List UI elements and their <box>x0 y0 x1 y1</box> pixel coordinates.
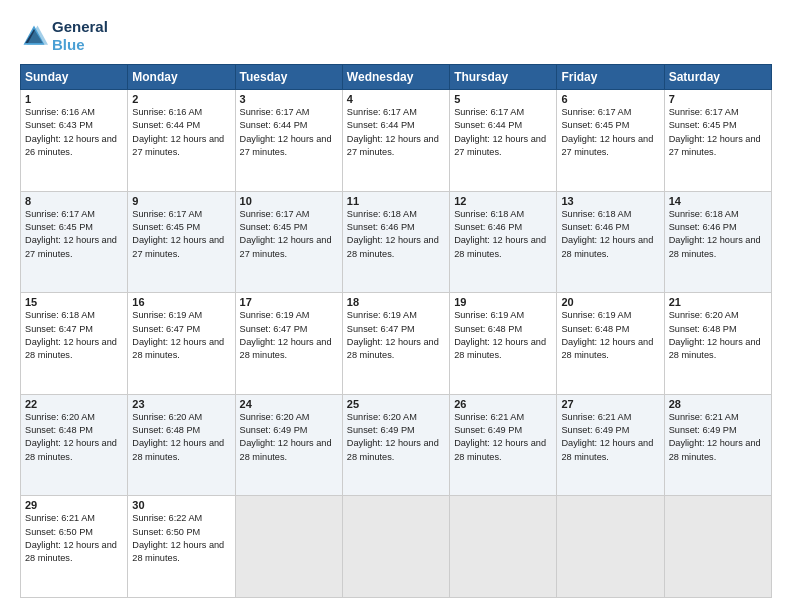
day-number: 3 <box>240 93 338 105</box>
day-info: Sunrise: 6:17 AMSunset: 6:45 PMDaylight:… <box>669 106 767 159</box>
calendar-cell: 14Sunrise: 6:18 AMSunset: 6:46 PMDayligh… <box>664 191 771 293</box>
day-number: 24 <box>240 398 338 410</box>
calendar-cell: 1Sunrise: 6:16 AMSunset: 6:43 PMDaylight… <box>21 90 128 192</box>
calendar-cell: 16Sunrise: 6:19 AMSunset: 6:47 PMDayligh… <box>128 293 235 395</box>
day-number: 14 <box>669 195 767 207</box>
calendar-cell: 19Sunrise: 6:19 AMSunset: 6:48 PMDayligh… <box>450 293 557 395</box>
day-info: Sunrise: 6:22 AMSunset: 6:50 PMDaylight:… <box>132 512 230 565</box>
day-number: 10 <box>240 195 338 207</box>
calendar-cell: 11Sunrise: 6:18 AMSunset: 6:46 PMDayligh… <box>342 191 449 293</box>
calendar-table: SundayMondayTuesdayWednesdayThursdayFrid… <box>20 64 772 598</box>
calendar-week-5: 29Sunrise: 6:21 AMSunset: 6:50 PMDayligh… <box>21 496 772 598</box>
day-number: 9 <box>132 195 230 207</box>
calendar-cell: 15Sunrise: 6:18 AMSunset: 6:47 PMDayligh… <box>21 293 128 395</box>
day-info: Sunrise: 6:19 AMSunset: 6:47 PMDaylight:… <box>347 309 445 362</box>
day-info: Sunrise: 6:20 AMSunset: 6:48 PMDaylight:… <box>132 411 230 464</box>
day-info: Sunrise: 6:17 AMSunset: 6:45 PMDaylight:… <box>25 208 123 261</box>
day-info: Sunrise: 6:21 AMSunset: 6:50 PMDaylight:… <box>25 512 123 565</box>
calendar-cell <box>235 496 342 598</box>
day-info: Sunrise: 6:21 AMSunset: 6:49 PMDaylight:… <box>561 411 659 464</box>
calendar-cell: 4Sunrise: 6:17 AMSunset: 6:44 PMDaylight… <box>342 90 449 192</box>
day-info: Sunrise: 6:21 AMSunset: 6:49 PMDaylight:… <box>669 411 767 464</box>
day-info: Sunrise: 6:17 AMSunset: 6:44 PMDaylight:… <box>347 106 445 159</box>
day-header-monday: Monday <box>128 65 235 90</box>
calendar-cell <box>342 496 449 598</box>
day-number: 19 <box>454 296 552 308</box>
calendar-cell <box>664 496 771 598</box>
calendar-cell: 22Sunrise: 6:20 AMSunset: 6:48 PMDayligh… <box>21 394 128 496</box>
day-info: Sunrise: 6:19 AMSunset: 6:48 PMDaylight:… <box>454 309 552 362</box>
calendar-cell: 27Sunrise: 6:21 AMSunset: 6:49 PMDayligh… <box>557 394 664 496</box>
day-number: 21 <box>669 296 767 308</box>
day-info: Sunrise: 6:18 AMSunset: 6:46 PMDaylight:… <box>454 208 552 261</box>
logo-icon <box>20 22 48 50</box>
day-info: Sunrise: 6:17 AMSunset: 6:45 PMDaylight:… <box>132 208 230 261</box>
day-info: Sunrise: 6:17 AMSunset: 6:45 PMDaylight:… <box>561 106 659 159</box>
calendar-cell: 30Sunrise: 6:22 AMSunset: 6:50 PMDayligh… <box>128 496 235 598</box>
day-number: 11 <box>347 195 445 207</box>
calendar-header: SundayMondayTuesdayWednesdayThursdayFrid… <box>21 65 772 90</box>
day-number: 25 <box>347 398 445 410</box>
calendar-cell: 20Sunrise: 6:19 AMSunset: 6:48 PMDayligh… <box>557 293 664 395</box>
calendar-cell: 10Sunrise: 6:17 AMSunset: 6:45 PMDayligh… <box>235 191 342 293</box>
day-number: 27 <box>561 398 659 410</box>
calendar-cell: 25Sunrise: 6:20 AMSunset: 6:49 PMDayligh… <box>342 394 449 496</box>
calendar-cell: 23Sunrise: 6:20 AMSunset: 6:48 PMDayligh… <box>128 394 235 496</box>
day-number: 16 <box>132 296 230 308</box>
calendar-cell: 9Sunrise: 6:17 AMSunset: 6:45 PMDaylight… <box>128 191 235 293</box>
page: General Blue SundayMondayTuesdayWednesda… <box>0 0 792 612</box>
day-info: Sunrise: 6:18 AMSunset: 6:46 PMDaylight:… <box>561 208 659 261</box>
calendar-week-3: 15Sunrise: 6:18 AMSunset: 6:47 PMDayligh… <box>21 293 772 395</box>
day-number: 2 <box>132 93 230 105</box>
day-number: 6 <box>561 93 659 105</box>
day-header-thursday: Thursday <box>450 65 557 90</box>
day-info: Sunrise: 6:20 AMSunset: 6:48 PMDaylight:… <box>25 411 123 464</box>
day-info: Sunrise: 6:17 AMSunset: 6:44 PMDaylight:… <box>454 106 552 159</box>
calendar-cell: 24Sunrise: 6:20 AMSunset: 6:49 PMDayligh… <box>235 394 342 496</box>
day-info: Sunrise: 6:16 AMSunset: 6:43 PMDaylight:… <box>25 106 123 159</box>
day-number: 17 <box>240 296 338 308</box>
calendar-body: 1Sunrise: 6:16 AMSunset: 6:43 PMDaylight… <box>21 90 772 598</box>
day-number: 4 <box>347 93 445 105</box>
calendar-cell: 12Sunrise: 6:18 AMSunset: 6:46 PMDayligh… <box>450 191 557 293</box>
calendar-cell <box>557 496 664 598</box>
calendar-cell: 28Sunrise: 6:21 AMSunset: 6:49 PMDayligh… <box>664 394 771 496</box>
logo-text: General Blue <box>52 18 108 54</box>
day-info: Sunrise: 6:18 AMSunset: 6:46 PMDaylight:… <box>347 208 445 261</box>
day-info: Sunrise: 6:18 AMSunset: 6:47 PMDaylight:… <box>25 309 123 362</box>
day-number: 13 <box>561 195 659 207</box>
calendar-cell: 17Sunrise: 6:19 AMSunset: 6:47 PMDayligh… <box>235 293 342 395</box>
day-number: 22 <box>25 398 123 410</box>
header-row: SundayMondayTuesdayWednesdayThursdayFrid… <box>21 65 772 90</box>
calendar-cell: 18Sunrise: 6:19 AMSunset: 6:47 PMDayligh… <box>342 293 449 395</box>
header: General Blue <box>20 18 772 54</box>
day-info: Sunrise: 6:19 AMSunset: 6:48 PMDaylight:… <box>561 309 659 362</box>
calendar-cell: 29Sunrise: 6:21 AMSunset: 6:50 PMDayligh… <box>21 496 128 598</box>
calendar-cell: 7Sunrise: 6:17 AMSunset: 6:45 PMDaylight… <box>664 90 771 192</box>
day-header-sunday: Sunday <box>21 65 128 90</box>
day-info: Sunrise: 6:16 AMSunset: 6:44 PMDaylight:… <box>132 106 230 159</box>
calendar-cell: 3Sunrise: 6:17 AMSunset: 6:44 PMDaylight… <box>235 90 342 192</box>
day-header-wednesday: Wednesday <box>342 65 449 90</box>
day-info: Sunrise: 6:19 AMSunset: 6:47 PMDaylight:… <box>132 309 230 362</box>
day-number: 7 <box>669 93 767 105</box>
calendar-cell: 5Sunrise: 6:17 AMSunset: 6:44 PMDaylight… <box>450 90 557 192</box>
logo: General Blue <box>20 18 108 54</box>
day-info: Sunrise: 6:20 AMSunset: 6:49 PMDaylight:… <box>347 411 445 464</box>
calendar-cell: 8Sunrise: 6:17 AMSunset: 6:45 PMDaylight… <box>21 191 128 293</box>
calendar-cell: 21Sunrise: 6:20 AMSunset: 6:48 PMDayligh… <box>664 293 771 395</box>
day-number: 18 <box>347 296 445 308</box>
calendar-cell: 26Sunrise: 6:21 AMSunset: 6:49 PMDayligh… <box>450 394 557 496</box>
day-info: Sunrise: 6:21 AMSunset: 6:49 PMDaylight:… <box>454 411 552 464</box>
day-number: 5 <box>454 93 552 105</box>
calendar-week-4: 22Sunrise: 6:20 AMSunset: 6:48 PMDayligh… <box>21 394 772 496</box>
day-number: 26 <box>454 398 552 410</box>
day-number: 30 <box>132 499 230 511</box>
calendar-cell: 2Sunrise: 6:16 AMSunset: 6:44 PMDaylight… <box>128 90 235 192</box>
day-number: 29 <box>25 499 123 511</box>
day-number: 12 <box>454 195 552 207</box>
calendar-cell: 13Sunrise: 6:18 AMSunset: 6:46 PMDayligh… <box>557 191 664 293</box>
day-number: 8 <box>25 195 123 207</box>
day-number: 20 <box>561 296 659 308</box>
day-number: 15 <box>25 296 123 308</box>
